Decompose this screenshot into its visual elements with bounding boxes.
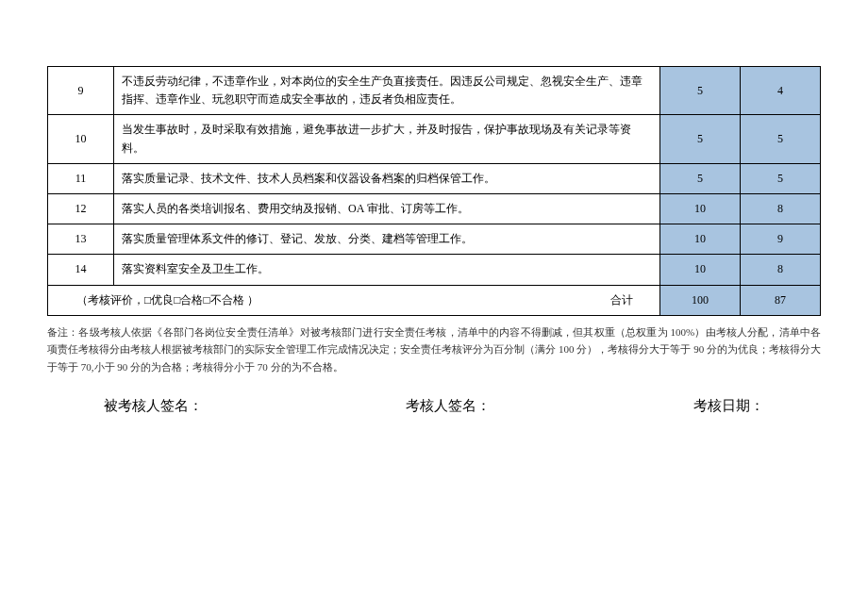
row-score-actual: 8 xyxy=(741,255,821,285)
row-number: 14 xyxy=(48,255,114,285)
table-row: 12落实人员的各类培训报名、费用交纳及报销、OA 审批、订房等工作。108 xyxy=(48,193,821,224)
date-label: 考核日期： xyxy=(693,397,764,415)
evaluation-label: （考核评价，□优良□合格□不合格 ） xyxy=(76,291,422,309)
summary-row: （考核评价，□优良□合格□不合格 ）合计10087 xyxy=(48,285,821,315)
table-row: 9不违反劳动纪律，不违章作业，对本岗位的安全生产负直接责任。因违反公司规定、忽视… xyxy=(48,67,821,115)
row-description: 落实资料室安全及卫生工作。 xyxy=(114,255,660,285)
row-score-actual: 4 xyxy=(741,67,821,115)
row-number: 10 xyxy=(48,115,114,163)
row-score-max: 10 xyxy=(660,255,741,285)
row-score-actual: 9 xyxy=(741,224,821,255)
row-score-max: 10 xyxy=(660,193,741,224)
row-description: 不违反劳动纪律，不违章作业，对本岗位的安全生产负直接责任。因违反公司规定、忽视安… xyxy=(114,67,660,115)
total-score-actual: 87 xyxy=(741,285,821,315)
row-number: 9 xyxy=(48,67,114,115)
row-description: 落实质量管理体系文件的修订、登记、发放、分类、建档等管理工作。 xyxy=(114,224,660,255)
row-score-actual: 8 xyxy=(741,193,821,224)
row-number: 13 xyxy=(48,224,114,255)
table-row: 11落实质量记录、技术文件、技术人员档案和仪器设备档案的归档保管工作。55 xyxy=(48,163,821,193)
row-description: 落实质量记录、技术文件、技术人员档案和仪器设备档案的归档保管工作。 xyxy=(114,163,660,193)
total-label: 合计 xyxy=(610,291,633,309)
row-score-max: 5 xyxy=(660,115,741,163)
table-row: 14落实资料室安全及卫生工作。108 xyxy=(48,255,821,285)
row-score-max: 5 xyxy=(660,163,741,193)
row-number: 12 xyxy=(48,193,114,224)
row-description: 落实人员的各类培训报名、费用交纳及报销、OA 审批、订房等工作。 xyxy=(114,193,660,224)
row-score-max: 5 xyxy=(660,67,741,115)
row-score-actual: 5 xyxy=(741,163,821,193)
footnote-text: 备注：各级考核人依据《各部门各岗位安全责任清单》对被考核部门进行安全责任考核，清… xyxy=(47,324,821,376)
summary-cell: （考核评价，□优良□合格□不合格 ）合计 xyxy=(48,285,660,315)
table-row: 10当发生事故时，及时采取有效措施，避免事故进一步扩大，并及时报告，保护事故现场… xyxy=(48,115,821,163)
row-number: 11 xyxy=(48,163,114,193)
signed-label: 被考核人签名： xyxy=(104,397,203,415)
assessor-label: 考核人签名： xyxy=(406,397,491,415)
row-description: 当发生事故时，及时采取有效措施，避免事故进一步扩大，并及时报告，保护事故现场及有… xyxy=(114,115,660,163)
assessment-table: 9不违反劳动纪律，不违章作业，对本岗位的安全生产负直接责任。因违反公司规定、忽视… xyxy=(47,66,821,316)
row-score-max: 10 xyxy=(660,224,741,255)
total-score-max: 100 xyxy=(660,285,741,315)
row-score-actual: 5 xyxy=(741,115,821,163)
signature-row: 被考核人签名： 考核人签名： 考核日期： xyxy=(47,397,821,415)
table-row: 13落实质量管理体系文件的修订、登记、发放、分类、建档等管理工作。109 xyxy=(48,224,821,255)
